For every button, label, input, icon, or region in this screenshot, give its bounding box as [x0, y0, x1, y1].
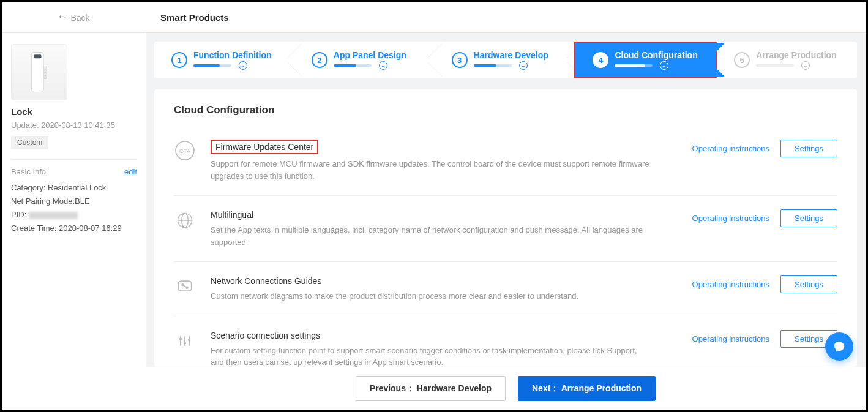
config-item-scenario: Scenario connection settings For custom … [174, 316, 837, 367]
info-pairing: Net Pairing Mode:BLE [11, 195, 137, 208]
svg-point-16 [188, 339, 190, 341]
info-category: Category: Residential Lock [11, 181, 137, 195]
chevron-down-icon: ⌄ [379, 61, 387, 70]
card-title: Cloud Configuration [174, 104, 837, 116]
item-title: Multilingual [211, 210, 253, 220]
info-pid: PID: [11, 208, 137, 222]
product-name: Lock [11, 107, 137, 117]
chat-fab[interactable] [825, 332, 853, 361]
chevron-down-icon: ⌄ [801, 61, 810, 70]
content-area: 1 Function Definition ⌄ 2 App Panel Desi… [146, 33, 866, 367]
back-icon [58, 13, 67, 22]
svg-point-15 [184, 342, 186, 344]
svg-point-4 [45, 72, 46, 73]
step-label: Function Definition [193, 50, 272, 60]
previous-button[interactable]: Previous： Hardware Develop [356, 376, 506, 401]
step-label: Arrange Production [756, 50, 836, 60]
item-desc: Set the App texts in multiple languages,… [211, 224, 651, 248]
item-title: Network Connections Guides [211, 276, 321, 286]
item-desc: For custom setting function point to sup… [211, 345, 651, 367]
step-hardware-develop[interactable]: 3 Hardware Develop ⌄ [435, 42, 575, 78]
topbar: Back Smart Products [2, 2, 866, 33]
info-create-time: Create Time: 2020-08-07 16:29 [11, 222, 137, 235]
item-title: Firmware Updates Center [211, 140, 318, 154]
pid-value-redacted [29, 212, 78, 219]
svg-point-14 [179, 337, 182, 340]
step-label: Hardware Develop [474, 50, 548, 60]
network-icon [174, 275, 196, 298]
ota-icon: OTA [174, 140, 196, 162]
svg-text:OTA: OTA [179, 148, 190, 154]
config-item-firmware: OTA Firmware Updates Center Support for … [174, 126, 837, 196]
globe-icon [174, 209, 196, 231]
settings-button[interactable]: Settings [780, 140, 837, 157]
chevron-down-icon: ⌄ [660, 61, 668, 70]
back-label: Back [70, 13, 89, 23]
chat-icon [832, 340, 846, 353]
step-arrange-production[interactable]: 5 Arrange Production ⌄ [717, 42, 857, 78]
item-desc: Custom network diagrams to make the prod… [211, 290, 651, 302]
basic-info-list: Category: Residential Lock Net Pairing M… [11, 181, 137, 235]
step-function-definition[interactable]: 1 Function Definition ⌄ [154, 42, 294, 78]
edit-link[interactable]: edit [124, 167, 137, 176]
footer: Previous： Hardware Develop Next： Arrange… [146, 367, 866, 410]
sidebar: Lock Update: 2020-08-13 10:41:35 Custom … [2, 33, 146, 367]
basic-info-header: Basic Info [11, 167, 46, 176]
page-title: Smart Products [146, 12, 229, 23]
operating-instructions-link[interactable]: Operating instructions [692, 214, 769, 223]
svg-point-5 [45, 75, 46, 76]
scenario-icon [174, 330, 196, 352]
step-bar: 1 Function Definition ⌄ 2 App Panel Desi… [154, 42, 857, 78]
svg-rect-1 [34, 54, 41, 58]
operating-instructions-link[interactable]: Operating instructions [692, 144, 769, 153]
next-button[interactable]: Next： Arrange Production [518, 376, 656, 401]
config-item-multilingual: Multilingual Set the App texts in multip… [174, 196, 837, 262]
step-app-panel-design[interactable]: 2 App Panel Design ⌄ [294, 42, 435, 78]
product-badge: Custom [11, 136, 48, 149]
lock-icon [28, 51, 50, 94]
operating-instructions-link[interactable]: Operating instructions [692, 334, 769, 343]
operating-instructions-link[interactable]: Operating instructions [692, 280, 769, 289]
config-card: Cloud Configuration OTA Firmware Updates… [154, 89, 857, 367]
chevron-down-icon: ⌄ [239, 61, 247, 70]
svg-point-3 [45, 69, 46, 70]
svg-rect-0 [32, 53, 43, 92]
settings-button[interactable]: Settings [780, 275, 837, 293]
product-thumbnail [11, 44, 67, 100]
item-desc: Support for remote MCU firmware and SDK … [211, 158, 651, 182]
back-button[interactable]: Back [2, 13, 146, 23]
settings-button[interactable]: Settings [780, 209, 837, 227]
chevron-down-icon: ⌄ [519, 61, 528, 70]
item-title: Scenario connection settings [211, 331, 320, 340]
step-label: App Panel Design [334, 50, 406, 60]
step-cloud-configuration[interactable]: 4 Cloud Configuration ⌄ [574, 42, 717, 78]
step-label: Cloud Configuration [615, 50, 697, 60]
product-update-time: Update: 2020-08-13 10:41:35 [11, 121, 137, 130]
config-item-network-guides: Network Connections Guides Custom networ… [174, 262, 837, 316]
